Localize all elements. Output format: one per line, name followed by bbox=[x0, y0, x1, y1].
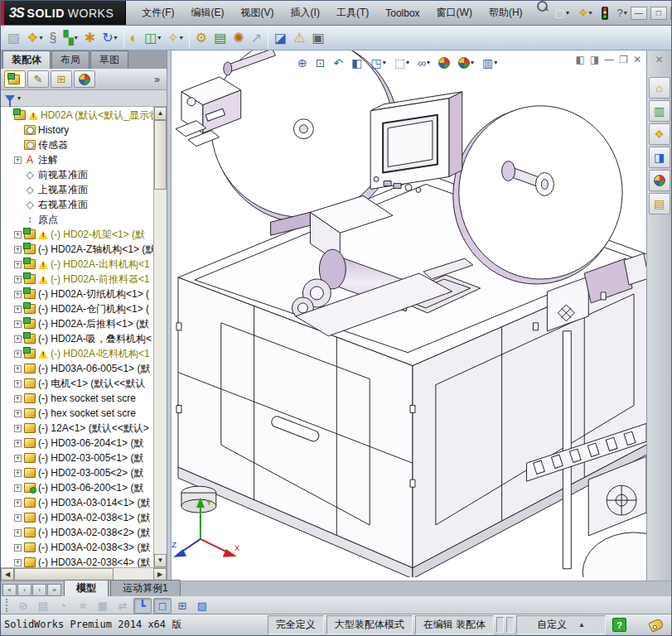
view-settings-button[interactable]: ▥▾ bbox=[479, 54, 500, 72]
bill-of-materials-button[interactable]: ▤ bbox=[210, 27, 230, 49]
tree-item[interactable]: 传感器 bbox=[1, 137, 153, 152]
tab-layout[interactable]: 布局 bbox=[51, 51, 89, 69]
expand-box[interactable]: + bbox=[14, 455, 22, 462]
expand-box[interactable]: + bbox=[14, 246, 22, 253]
hide-show-items-button[interactable]: ∞▾ bbox=[414, 54, 433, 72]
move-component-button[interactable]: ↻▾ bbox=[99, 27, 120, 49]
expand-box[interactable]: + bbox=[14, 425, 22, 432]
tree-item[interactable]: +(-) HD03A-02-038<1> (默 bbox=[1, 510, 153, 525]
expand-box[interactable]: + bbox=[14, 410, 22, 417]
configurationmanager-tab[interactable]: ⊞ bbox=[51, 70, 72, 88]
expand-box[interactable]: + bbox=[14, 470, 22, 477]
expand-box[interactable]: + bbox=[14, 529, 22, 537]
scroll-left-button[interactable]: ◀ bbox=[1, 568, 14, 581]
design-library-tab[interactable]: ▥ bbox=[649, 100, 670, 122]
menu-help[interactable]: 帮助(H) bbox=[481, 2, 530, 23]
expand-box[interactable]: + bbox=[14, 484, 22, 492]
linear-component-pattern-button[interactable]: ▚▾ bbox=[60, 27, 80, 49]
tree-item[interactable]: +(-) HD02A-吃料机构<1 bbox=[1, 346, 153, 361]
tree-item[interactable]: History bbox=[1, 123, 153, 137]
rebuild-traffic-light[interactable] bbox=[598, 4, 612, 22]
scroll-right-button[interactable]: ▶ bbox=[153, 568, 167, 581]
tree-item[interactable]: +(-) HD03A-02-038<2> (默 bbox=[1, 525, 153, 540]
tree-item[interactable]: +(-) HD02A-出料机构<1 bbox=[1, 257, 153, 272]
tree-item[interactable]: ◇前视基准面 bbox=[1, 167, 153, 182]
expand-box[interactable]: + bbox=[14, 499, 22, 507]
tree-item[interactable]: +A注解 bbox=[1, 152, 153, 167]
tree-item[interactable]: +(-) HD03-06-204<1> (默 bbox=[1, 436, 153, 450]
scroll-down-button[interactable]: ▼ bbox=[154, 554, 167, 567]
tree-item[interactable]: +(-) HD02A-前推料器<1 bbox=[1, 272, 153, 287]
vertical-scroll-thumb[interactable] bbox=[154, 120, 167, 190]
help[interactable]: ?▾ bbox=[614, 5, 631, 21]
solidworks-resources-tab[interactable]: ⌂ bbox=[649, 77, 670, 99]
restore-document-button[interactable]: ❐ bbox=[619, 54, 628, 65]
expand-panel-chevron[interactable]: » bbox=[154, 74, 163, 85]
assembly-xpert-button[interactable]: ⚠ bbox=[290, 27, 308, 49]
new-document[interactable]: ▢▾ bbox=[552, 5, 573, 21]
help-icon[interactable]: ? bbox=[612, 618, 626, 632]
pane-right-button[interactable]: ◨ bbox=[590, 54, 599, 65]
take-snapshot-button[interactable]: ▣ bbox=[309, 27, 328, 49]
view-orientation-button[interactable]: ◳▾ bbox=[367, 54, 389, 72]
horizontal-scroll-thumb[interactable] bbox=[14, 568, 114, 581]
propertymanager-tab[interactable]: ✎ bbox=[27, 70, 49, 88]
tab-scroll-prev[interactable]: ‹ bbox=[17, 584, 31, 596]
open-document[interactable]: ❖▾ bbox=[575, 5, 596, 21]
tab-motion-study-1[interactable]: 运动算例1 bbox=[110, 580, 181, 596]
menu-toolbox[interactable]: Toolbox bbox=[378, 4, 427, 22]
featuremanager-tree-tab[interactable] bbox=[4, 70, 26, 88]
tree-item[interactable]: +(-) hex socket set scre bbox=[1, 406, 153, 421]
close-document-button[interactable]: ✕ bbox=[633, 54, 641, 65]
tree-item[interactable]: +(-) HD03A-02-038<3> (默 bbox=[1, 540, 153, 555]
tree-root[interactable]: HD02A (默认<默认_显示状 bbox=[1, 108, 153, 123]
tree-item[interactable]: +(-) HD02A-切纸机构<1> ( bbox=[1, 287, 153, 301]
file-explorer-tab[interactable]: ❖ bbox=[649, 123, 670, 145]
tab-model[interactable]: 模型 bbox=[64, 580, 109, 596]
expand-box[interactable]: + bbox=[14, 350, 22, 358]
insert-components-browse-button[interactable]: ❖▾ bbox=[23, 27, 46, 49]
minimize-document-button[interactable]: — bbox=[604, 54, 614, 65]
tree-item[interactable]: +(-) HD03A-02-038<4> (默 bbox=[1, 555, 153, 567]
show-hidden-components-button[interactable]: ◐ bbox=[127, 27, 142, 49]
pane-left-button[interactable]: ◧ bbox=[575, 54, 584, 65]
tree-item[interactable]: ◇右视基准面 bbox=[1, 197, 153, 212]
tab-scroll-last[interactable]: » bbox=[47, 584, 61, 596]
tab-assembly[interactable]: 装配体 bbox=[2, 51, 51, 69]
expand-box[interactable]: + bbox=[14, 365, 22, 373]
save-animation-button[interactable]: ▨ bbox=[193, 598, 211, 614]
previous-view-button[interactable]: ↶ bbox=[330, 54, 346, 72]
vertical-scroll-track[interactable] bbox=[154, 190, 167, 554]
expand-box[interactable]: + bbox=[14, 335, 22, 343]
motion-table-button[interactable]: ⊞ bbox=[173, 598, 191, 614]
expand-box[interactable]: + bbox=[14, 544, 22, 552]
new-motion-study-button[interactable]: ⚙ bbox=[192, 27, 210, 49]
tree-item[interactable]: +(-) HD03-06-200<1> (默 bbox=[1, 480, 153, 495]
menu-edit[interactable]: 编辑(E) bbox=[184, 2, 232, 23]
exploded-view-button[interactable]: ✺ bbox=[230, 27, 247, 49]
tree-item[interactable]: +(-) 电机<1> (默认<<默认 bbox=[1, 376, 153, 391]
tree-item[interactable]: ◇上视基准面 bbox=[1, 182, 153, 197]
tree-item[interactable]: +(-) HD02-03-005<1> (默 bbox=[1, 450, 153, 465]
tree-item[interactable]: +(-) HD03A-03-014<1> (默 bbox=[1, 495, 153, 510]
mate-button[interactable]: § bbox=[46, 27, 60, 49]
tab-sketch[interactable]: 草图 bbox=[90, 51, 128, 69]
expand-box[interactable]: + bbox=[14, 157, 22, 164]
tree-filter-row[interactable]: ▾ bbox=[1, 90, 167, 107]
graphics-area[interactable]: Y X Z ⊕⊡↶◧◳▾⬚▾∞▾▾▥▾ ◧◨—❐✕ bbox=[172, 51, 646, 581]
maximize-window[interactable]: □ bbox=[650, 7, 667, 20]
smart-fasteners-button[interactable]: ✱ bbox=[81, 27, 99, 49]
custom-properties-tab[interactable]: ▤ bbox=[649, 193, 670, 214]
tree-item[interactable]: +(-) hex socket set scre bbox=[1, 391, 153, 406]
appearances-scenes-tab[interactable] bbox=[649, 170, 670, 191]
expand-box[interactable]: + bbox=[14, 306, 22, 313]
expand-box[interactable]: + bbox=[14, 559, 22, 566]
edit-appearance-button[interactable] bbox=[435, 54, 453, 72]
motionmanager-tree-toggle-button[interactable]: ┗ bbox=[133, 598, 152, 614]
zoom-to-fit-button[interactable]: ⊕ bbox=[294, 54, 311, 72]
tree-vertical-scrollbar[interactable]: ▲ ▼ bbox=[153, 107, 167, 567]
apply-scene-button[interactable]: ▾ bbox=[455, 54, 477, 72]
expand-box[interactable]: + bbox=[14, 514, 22, 522]
reference-geometry-button[interactable]: ✧▾ bbox=[164, 27, 186, 49]
expand-box[interactable]: + bbox=[14, 231, 22, 238]
